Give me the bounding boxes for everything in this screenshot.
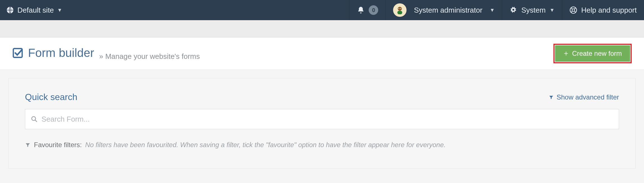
content-area: Quick search Show advanced filter Favour… [0,70,644,177]
user-label: System administrator [414,6,482,15]
page-header: Form builder » Manage your website's for… [0,38,644,70]
search-box[interactable] [25,109,619,129]
page-title: Form builder [12,46,94,60]
bell-icon [357,6,365,14]
help-label: Help and support [581,6,637,15]
panel-head: Quick search Show advanced filter [25,92,619,102]
caret-down-icon: ▼ [57,7,62,13]
notifications[interactable]: 0 [349,0,386,20]
notification-count-badge: 0 [369,5,378,15]
create-button-highlight: Create new form [553,44,632,63]
system-label: System [521,6,546,15]
svg-rect-3 [398,11,402,14]
quick-search-panel: Quick search Show advanced filter Favour… [8,78,636,169]
help-menu[interactable]: Help and support [562,0,644,20]
user-menu[interactable]: System administrator ▼ [386,0,502,20]
subtitle-prefix: » [99,52,103,61]
globe-icon [6,6,14,14]
filter-icon [25,142,31,147]
caret-down-icon: ▼ [490,7,495,13]
system-menu[interactable]: System ▼ [502,0,562,20]
favourite-filters-row: Favourite filters: No filters have been … [25,141,619,149]
search-input[interactable] [41,115,613,124]
advanced-filter-label: Show advanced filter [557,93,619,101]
site-label: Default site [17,6,54,15]
topbar-spacer [68,0,350,20]
svg-point-2 [398,7,402,11]
plus-icon [563,51,569,56]
page-title-wrap: Form builder » Manage your website's for… [12,46,200,61]
checkbox-checked-icon [12,47,24,59]
page-subtitle: » Manage your website's forms [99,52,200,61]
create-new-form-button[interactable]: Create new form [555,45,630,62]
svg-point-7 [572,9,574,11]
favourite-filters-empty-text: No filters have been favourited. When sa… [85,141,446,149]
search-icon [31,116,38,122]
lifebuoy-icon [569,6,577,14]
secondary-bar [0,20,644,38]
show-advanced-filter-link[interactable]: Show advanced filter [549,93,619,101]
filter-icon [549,95,554,100]
create-button-label: Create new form [572,50,622,57]
caret-down-icon: ▼ [550,7,555,13]
svg-point-5 [400,8,401,9]
topbar: Default site ▼ 0 System administrator ▼ … [0,0,644,20]
avatar [393,3,407,17]
quick-search-title: Quick search [25,92,77,102]
page-title-text: Form builder [28,46,94,60]
gears-icon [509,6,517,14]
subtitle-text: Manage your website's forms [105,52,200,61]
svg-point-4 [399,8,400,9]
favourite-filters-label: Favourite filters: [34,141,82,149]
site-picker[interactable]: Default site ▼ [0,0,68,20]
